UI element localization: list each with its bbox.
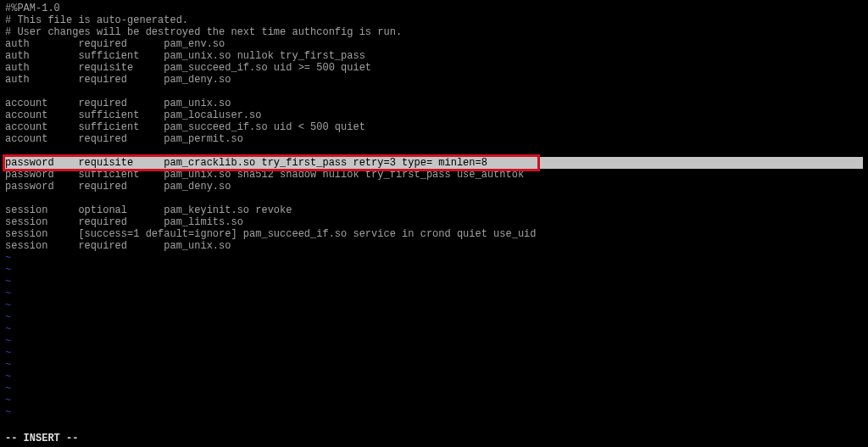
config-line[interactable]: # User changes will be destroyed the nex… — [5, 26, 863, 38]
tilde-line: ~ — [5, 406, 863, 418]
config-line[interactable]: account sufficient pam_succeed_if.so uid… — [5, 121, 863, 133]
blank-line[interactable] — [5, 193, 863, 204]
blank-line[interactable] — [5, 145, 863, 157]
config-line[interactable]: #%PAM-1.0 — [5, 3, 863, 14]
config-line[interactable]: account required pam_permit.so — [5, 133, 863, 145]
tilde-line: ~ — [5, 383, 863, 394]
tilde-line: ~ — [5, 276, 863, 288]
config-line[interactable]: session required pam_limits.so — [5, 216, 863, 228]
config-line[interactable]: auth required pam_env.so — [5, 38, 863, 50]
config-line[interactable]: password required pam_deny.so — [5, 181, 863, 193]
editor-content[interactable]: #%PAM-1.0 # This file is auto-generated.… — [5, 3, 863, 418]
highlighted-line[interactable]: password requisite pam_cracklib.so try_f… — [5, 157, 863, 169]
config-line[interactable]: session [success=1 default=ignore] pam_s… — [5, 228, 863, 240]
config-line[interactable]: session required pam_unix.so — [5, 240, 863, 252]
config-line[interactable]: auth sufficient pam_unix.so nullok try_f… — [5, 50, 863, 62]
tilde-line: ~ — [5, 288, 863, 299]
tilde-line: ~ — [5, 394, 863, 406]
config-line[interactable]: auth required pam_deny.so — [5, 74, 863, 86]
config-line[interactable]: account sufficient pam_localuser.so — [5, 109, 863, 121]
tilde-line: ~ — [5, 252, 863, 264]
config-line[interactable]: password sufficient pam_unix.so sha512 s… — [5, 169, 863, 181]
tilde-line: ~ — [5, 335, 863, 347]
config-line[interactable]: account required pam_unix.so — [5, 98, 863, 109]
cursor — [487, 157, 493, 168]
tilde-line: ~ — [5, 359, 863, 371]
config-line[interactable]: auth requisite pam_succeed_if.so uid >= … — [5, 62, 863, 74]
config-line[interactable]: session optional pam_keyinit.so revoke — [5, 204, 863, 216]
status-line: -- INSERT -- — [5, 433, 78, 444]
tilde-line: ~ — [5, 299, 863, 311]
tilde-line: ~ — [5, 347, 863, 359]
tilde-line: ~ — [5, 264, 863, 276]
tilde-line: ~ — [5, 371, 863, 383]
tilde-line: ~ — [5, 311, 863, 323]
highlighted-line-wrap[interactable]: password requisite pam_cracklib.so try_f… — [5, 157, 863, 169]
tilde-line: ~ — [5, 323, 863, 335]
blank-line[interactable] — [5, 86, 863, 98]
config-line[interactable]: # This file is auto-generated. — [5, 14, 863, 26]
